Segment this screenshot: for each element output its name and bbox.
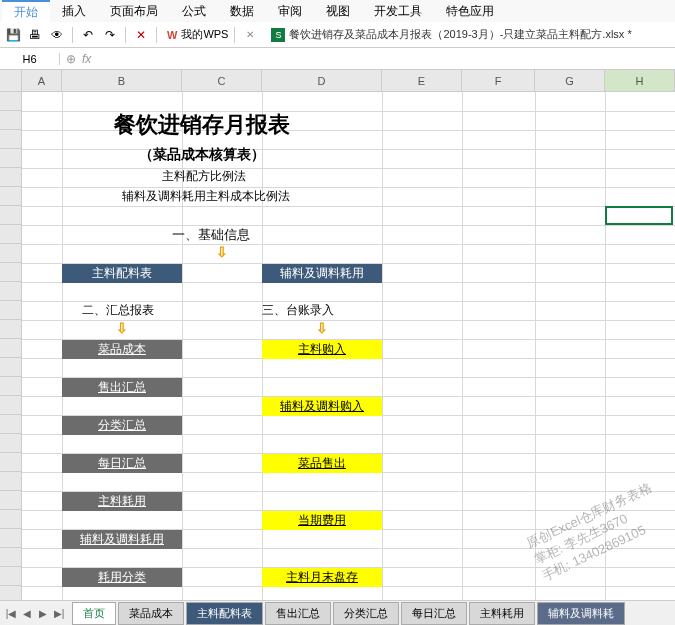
menu-insert[interactable]: 插入 <box>50 1 98 22</box>
row-header[interactable] <box>0 377 21 396</box>
right-item-2[interactable]: 菜品售出 <box>262 454 382 473</box>
row-header[interactable] <box>0 168 21 187</box>
menu-review[interactable]: 审阅 <box>266 1 314 22</box>
sheet-tab-7[interactable]: 辅料及调料耗 <box>537 602 625 625</box>
row-header[interactable] <box>0 453 21 472</box>
arrow-icon: ⇩ <box>312 320 332 336</box>
undo-icon[interactable]: ↶ <box>79 26 97 44</box>
nav-last-icon[interactable]: ▶| <box>52 608 66 619</box>
sheet-tab-1[interactable]: 菜品成本 <box>118 602 184 625</box>
row-header[interactable] <box>0 187 21 206</box>
row-header[interactable] <box>0 548 21 567</box>
nav-prev-icon[interactable]: ◀ <box>20 608 34 619</box>
nav-first-icon[interactable]: |◀ <box>4 608 18 619</box>
formula-bar: H6 ⊕ fx <box>0 48 675 70</box>
fx-label[interactable]: fx <box>82 52 91 66</box>
column-headers: A B C D E F G H <box>22 70 675 92</box>
row-header[interactable] <box>0 244 21 263</box>
menu-layout[interactable]: 页面布局 <box>98 1 170 22</box>
wps-logo: W <box>167 29 177 41</box>
file-tab[interactable]: S 餐饮进销存及菜品成本月报表（2019-3月）-只建立菜品主料配方.xlsx … <box>271 27 631 42</box>
row-header[interactable] <box>0 339 21 358</box>
left-item-2[interactable]: 分类汇总 <box>62 416 182 435</box>
row-header[interactable] <box>0 472 21 491</box>
menu-bar: 开始 插入 页面布局 公式 数据 审阅 视图 开发工具 特色应用 <box>0 0 675 22</box>
menu-view[interactable]: 视图 <box>314 1 362 22</box>
row-header[interactable] <box>0 92 21 111</box>
right-item-3[interactable]: 当期费用 <box>262 511 382 530</box>
section-1: 一、基础信息 <box>172 226 250 244</box>
right-item-4[interactable]: 主料月末盘存 <box>262 568 382 587</box>
menu-formula[interactable]: 公式 <box>170 1 218 22</box>
col-F[interactable]: F <box>462 70 535 92</box>
row-header[interactable] <box>0 225 21 244</box>
title: 餐饮进销存月报表 <box>62 110 342 140</box>
close-icon[interactable]: ✕ <box>132 26 150 44</box>
row-header[interactable] <box>0 111 21 130</box>
col-H[interactable]: H <box>605 70 675 92</box>
wps-label[interactable]: 我的WPS <box>181 27 228 42</box>
left-item-6[interactable]: 耗用分类 <box>62 568 182 587</box>
row-header[interactable] <box>0 130 21 149</box>
row-header[interactable] <box>0 206 21 225</box>
row-header[interactable] <box>0 263 21 282</box>
arrow-icon: ⇩ <box>212 244 232 260</box>
col-D[interactable]: D <box>262 70 382 92</box>
right-item-0[interactable]: 主料购入 <box>262 340 382 359</box>
row-header[interactable] <box>0 301 21 320</box>
name-box[interactable]: H6 <box>0 53 60 65</box>
row-header[interactable] <box>0 320 21 339</box>
row-header[interactable] <box>0 415 21 434</box>
col-G[interactable]: G <box>535 70 605 92</box>
row-header[interactable] <box>0 434 21 453</box>
box-aux-ingredients[interactable]: 辅料及调料耗用 <box>262 264 382 283</box>
cells[interactable]: 餐饮进销存月报表 （菜品成本核算表） 主料配方比例法 辅料及调料耗用主料成本比例… <box>22 92 675 600</box>
row-header[interactable] <box>0 149 21 168</box>
right-item-1[interactable]: 辅料及调料购入 <box>262 397 382 416</box>
row-header[interactable] <box>0 510 21 529</box>
sheet-tab-0[interactable]: 首页 <box>72 602 116 625</box>
nav-next-icon[interactable]: ▶ <box>36 608 50 619</box>
sheet-tab-4[interactable]: 分类汇总 <box>333 602 399 625</box>
menu-start[interactable]: 开始 <box>2 0 50 23</box>
row-header[interactable] <box>0 358 21 377</box>
arrow-icon: ⇩ <box>112 320 132 336</box>
row-headers <box>0 70 22 600</box>
menu-special[interactable]: 特色应用 <box>434 1 506 22</box>
box-main-ingredients[interactable]: 主料配料表 <box>62 264 182 283</box>
sheet-tab-3[interactable]: 售出汇总 <box>265 602 331 625</box>
save-icon[interactable]: 💾 <box>4 26 22 44</box>
sheet-tab-2[interactable]: 主料配料表 <box>186 602 263 625</box>
file-name: 餐饮进销存及菜品成本月报表（2019-3月）-只建立菜品主料配方.xlsx * <box>289 27 631 42</box>
left-item-4[interactable]: 主料耗用 <box>62 492 182 511</box>
left-item-1[interactable]: 售出汇总 <box>62 378 182 397</box>
col-C[interactable]: C <box>182 70 262 92</box>
left-item-3[interactable]: 每日汇总 <box>62 454 182 473</box>
subtitle: （菜品成本核算表） <box>62 146 342 164</box>
sheet-tabs: |◀ ◀ ▶ ▶| 首页 菜品成本 主料配料表 售出汇总 分类汇总 每日汇总 主… <box>0 600 675 625</box>
col-E[interactable]: E <box>382 70 462 92</box>
sheet-tab-5[interactable]: 每日汇总 <box>401 602 467 625</box>
col-B[interactable]: B <box>62 70 182 92</box>
active-cell[interactable] <box>605 206 673 225</box>
menu-dev[interactable]: 开发工具 <box>362 1 434 22</box>
accept-icon[interactable]: ⊕ <box>66 52 76 66</box>
sheet-tab-6[interactable]: 主料耗用 <box>469 602 535 625</box>
section-2: 二、汇总报表 <box>82 302 154 319</box>
row-header[interactable] <box>0 529 21 548</box>
redo-icon[interactable]: ↷ <box>101 26 119 44</box>
print-icon[interactable]: 🖶 <box>26 26 44 44</box>
col-A[interactable]: A <box>22 70 62 92</box>
menu-data[interactable]: 数据 <box>218 1 266 22</box>
toolbar: 💾 🖶 👁 ↶ ↷ ✕ W 我的WPS ✕ S 餐饮进销存及菜品成本月报表（20… <box>0 22 675 48</box>
row-header[interactable] <box>0 282 21 301</box>
method1: 主料配方比例法 <box>162 168 246 185</box>
row-header[interactable] <box>0 491 21 510</box>
preview-icon[interactable]: 👁 <box>48 26 66 44</box>
close-tab-icon[interactable]: ✕ <box>241 26 259 44</box>
left-item-0[interactable]: 菜品成本 <box>62 340 182 359</box>
row-header[interactable] <box>0 567 21 586</box>
section-3: 三、台账录入 <box>262 302 334 319</box>
left-item-5[interactable]: 辅料及调料耗用 <box>62 530 182 549</box>
row-header[interactable] <box>0 396 21 415</box>
